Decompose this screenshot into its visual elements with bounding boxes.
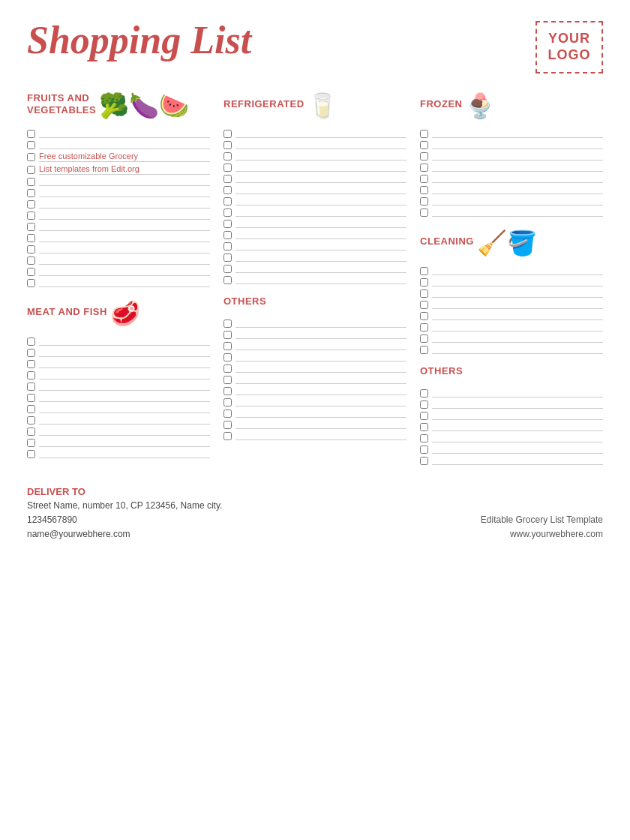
- list-item: [224, 275, 406, 284]
- checkbox[interactable]: [420, 141, 428, 149]
- list-item: [420, 278, 603, 286]
- logo-box: YOUR LOGO: [536, 21, 603, 74]
- checkbox[interactable]: [420, 186, 428, 194]
- checkbox[interactable]: [224, 265, 232, 273]
- checkbox[interactable]: [420, 457, 428, 465]
- checkbox[interactable]: [27, 200, 35, 208]
- checkbox[interactable]: [27, 268, 35, 276]
- checkbox[interactable]: [27, 189, 35, 197]
- list-item: [420, 163, 603, 172]
- checkbox[interactable]: [224, 364, 232, 373]
- checkbox[interactable]: [224, 432, 232, 440]
- checkbox[interactable]: [420, 175, 428, 183]
- checkbox[interactable]: [27, 166, 35, 174]
- checkbox[interactable]: [420, 152, 428, 160]
- checkbox[interactable]: [420, 267, 428, 275]
- others-2-header: OTHERS: [420, 362, 603, 384]
- checkbox[interactable]: [420, 412, 428, 420]
- list-item: [420, 422, 603, 431]
- list-item: [224, 341, 406, 350]
- checkbox[interactable]: [27, 279, 35, 287]
- checkbox[interactable]: [27, 360, 35, 368]
- checkbox[interactable]: [224, 398, 232, 406]
- checkbox[interactable]: [420, 389, 428, 398]
- checkbox[interactable]: [224, 353, 232, 362]
- checkbox[interactable]: [27, 416, 35, 424]
- checkbox[interactable]: [224, 242, 232, 250]
- checkbox[interactable]: [420, 423, 428, 431]
- checkbox[interactable]: [224, 276, 232, 284]
- list-item: [27, 393, 210, 402]
- checkbox[interactable]: [224, 152, 232, 160]
- checkbox[interactable]: [27, 428, 35, 436]
- checkbox[interactable]: [27, 141, 35, 149]
- list-item: [224, 364, 406, 373]
- checkbox[interactable]: [420, 197, 428, 206]
- list-item: [27, 438, 210, 447]
- checkbox[interactable]: [224, 320, 232, 328]
- checkbox[interactable]: [420, 434, 428, 442]
- checkbox[interactable]: [420, 334, 428, 343]
- deliver-address: Street Name, number 10, CP 123456, Name …: [27, 499, 222, 513]
- footer-website: www.yourwebhere.com: [481, 527, 603, 542]
- checkbox[interactable]: [224, 231, 232, 239]
- list-item: [224, 174, 406, 183]
- checkbox[interactable]: [420, 323, 428, 332]
- checkbox[interactable]: [27, 394, 35, 402]
- checkbox[interactable]: [420, 278, 428, 286]
- checkbox[interactable]: [224, 254, 232, 262]
- checkbox[interactable]: [420, 446, 428, 454]
- checkbox[interactable]: [420, 312, 428, 320]
- checkbox[interactable]: [420, 290, 428, 298]
- cleaning-header: CLEANING 🧹🪣: [420, 224, 603, 262]
- special-text-1: Free customizable Grocery: [39, 152, 210, 162]
- checkbox[interactable]: [27, 178, 35, 186]
- checkbox[interactable]: [224, 387, 232, 395]
- list-item: [420, 388, 603, 398]
- checkbox[interactable]: [420, 208, 428, 217]
- checkbox[interactable]: [224, 175, 232, 183]
- checkbox[interactable]: [224, 421, 232, 429]
- checkbox[interactable]: [224, 186, 232, 194]
- checkbox[interactable]: [224, 376, 232, 384]
- list-item: Free customizable Grocery: [27, 152, 210, 162]
- section-meat-fish: MEAT AND FISH 🥩: [27, 295, 210, 458]
- checkbox[interactable]: [27, 130, 35, 138]
- checkbox[interactable]: [420, 130, 428, 138]
- checkbox[interactable]: [27, 439, 35, 447]
- checkbox[interactable]: [224, 164, 232, 172]
- checkbox[interactable]: [27, 349, 35, 357]
- checkbox[interactable]: [420, 400, 428, 409]
- checkbox[interactable]: [27, 245, 35, 254]
- checkbox[interactable]: [224, 208, 232, 217]
- checkbox[interactable]: [27, 382, 35, 391]
- checkbox[interactable]: [27, 223, 35, 231]
- checkbox[interactable]: [27, 405, 35, 413]
- checkbox[interactable]: [224, 197, 232, 206]
- checkbox[interactable]: [224, 410, 232, 418]
- checkbox[interactable]: [420, 164, 428, 172]
- checkbox[interactable]: [27, 371, 35, 380]
- meat-fish-list: [27, 337, 210, 458]
- list-item: [224, 152, 406, 160]
- list-item: [27, 188, 210, 197]
- checkbox[interactable]: [224, 331, 232, 339]
- checkbox[interactable]: [27, 338, 35, 346]
- checkbox[interactable]: [420, 346, 428, 354]
- checkbox[interactable]: [27, 234, 35, 242]
- list-item: [224, 242, 406, 250]
- page: Shopping List YOUR LOGO FRUITS AND VEGET…: [0, 0, 630, 840]
- checkbox[interactable]: [27, 153, 35, 161]
- checkbox[interactable]: [224, 130, 232, 138]
- checkbox[interactable]: [224, 141, 232, 149]
- checkbox[interactable]: [420, 301, 428, 309]
- list-item: [420, 434, 603, 442]
- checkbox[interactable]: [27, 256, 35, 265]
- list-item: [224, 185, 406, 194]
- list-item: [27, 129, 210, 138]
- checkbox[interactable]: [224, 342, 232, 350]
- checkbox[interactable]: [27, 450, 35, 458]
- checkbox[interactable]: [224, 220, 232, 228]
- checkbox[interactable]: [27, 212, 35, 220]
- list-item: [420, 185, 603, 194]
